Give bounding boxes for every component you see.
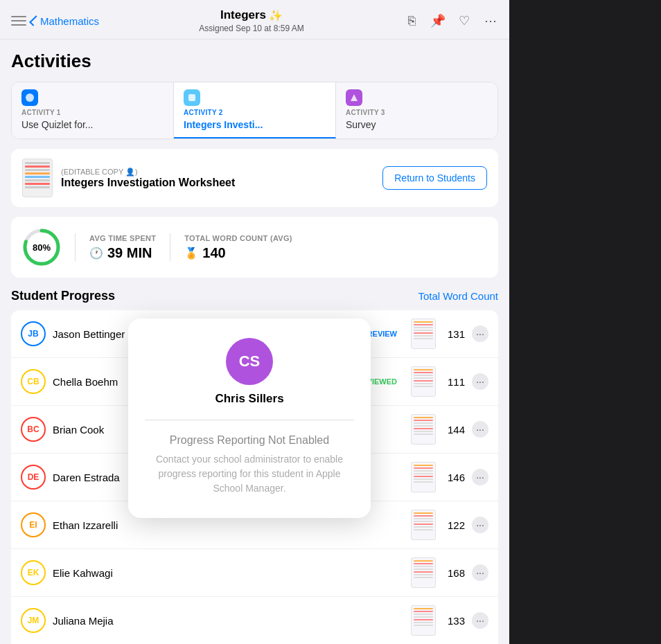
doc-thumbnail — [411, 605, 436, 636]
student-name: Ethan Izzarelli — [53, 519, 404, 531]
tab-activity1-name: Use Quizlet for... — [21, 119, 164, 130]
doc-thumbnail — [411, 510, 436, 540]
return-to-students-button[interactable]: Return to Students — [382, 166, 487, 190]
back-label: Mathematics — [40, 15, 99, 27]
sparkle-icon: ✨ — [269, 9, 283, 22]
tab-activity3-label: ACTIVITY 3 — [346, 109, 488, 116]
tab-activity2-label: ACTIVITY 2 — [184, 109, 326, 116]
page-header-title: Integers ✨ — [199, 8, 303, 22]
tab-activity3-name: Survey — [346, 119, 488, 130]
assignment-subtitle: Assigned Sep 10 at 8:59 AM — [199, 24, 303, 33]
progress-circle: 80% — [22, 228, 61, 267]
popup-body: Contact your school administrator to ena… — [145, 452, 354, 496]
sidebar-toggle[interactable] — [11, 15, 26, 27]
popup-divider — [145, 420, 354, 420]
avatar: EK — [21, 560, 46, 585]
doc-thumbnail — [411, 557, 436, 588]
student-word-count: 144 — [443, 424, 465, 436]
worksheet-row: (EDITABLE COPY 👤) Integers Investigation… — [11, 149, 498, 207]
pin-icon[interactable]: 📌 — [430, 13, 446, 28]
copy-icon[interactable]: ⎘ — [404, 13, 419, 28]
more-icon[interactable]: ⋯ — [483, 13, 498, 28]
student-name: Elie Kahwagi — [53, 567, 404, 579]
student-more-button[interactable]: ··· — [472, 469, 488, 485]
doc-thumbnail — [411, 414, 436, 445]
activities-tabs: ACTIVITY 1 Use Quizlet for... ACTIVITY 2… — [11, 82, 498, 139]
doc-thumbnail — [411, 366, 436, 397]
student-word-count: 146 — [443, 472, 465, 483]
student-name: Juliana Mejia — [53, 615, 404, 627]
student-word-count: 133 — [443, 615, 465, 627]
tab-activity2-icon — [184, 89, 200, 106]
section-header: Student Progress Total Word Count — [11, 289, 498, 303]
avatar: EI — [21, 512, 46, 537]
badge-icon: 🏅 — [184, 247, 198, 260]
popup-heading: Progress Reporting Not Enabled — [145, 434, 354, 447]
worksheet-thumbnail — [22, 159, 53, 197]
avg-time-label: AVG TIME SPENT — [89, 234, 156, 242]
page-title: Activities — [11, 51, 498, 72]
avatar: BC — [21, 417, 46, 442]
progress-percent: 80% — [33, 242, 51, 253]
avatar: DE — [21, 465, 46, 490]
top-bar-actions: ⎘ 📌 ♡ ⋯ — [404, 13, 498, 28]
svg-point-0 — [26, 93, 34, 102]
student-more-button[interactable]: ··· — [472, 325, 488, 342]
tab-activity3-icon — [346, 89, 362, 106]
word-count-label: TOTAL WORD COUNT (AVG) — [184, 234, 292, 242]
student-more-button[interactable]: ··· — [472, 421, 488, 438]
tab-activity2[interactable]: ACTIVITY 2 Integers Investi... — [174, 82, 336, 138]
svg-rect-1 — [188, 94, 195, 101]
student-word-count: 168 — [443, 567, 465, 579]
worksheet-title: Integers Investigation Worksheet — [61, 177, 235, 189]
avg-time-stat: AVG TIME SPENT 🕐 39 MIN — [89, 234, 156, 261]
worksheet-meta: (EDITABLE COPY 👤) Integers Investigation… — [61, 168, 235, 189]
total-word-count-link[interactable]: Total Word Count — [418, 290, 498, 302]
tab-activity1-icon — [21, 89, 38, 106]
stat-divider-2 — [170, 233, 170, 261]
top-bar-left: Mathematics — [11, 15, 99, 27]
student-word-count: 131 — [443, 328, 465, 340]
popup-avatar: CS — [226, 338, 273, 385]
popup-name: Chris Sillers — [145, 392, 354, 406]
tab-activity3[interactable]: ACTIVITY 3 Survey — [336, 82, 497, 138]
doc-thumbnail — [411, 319, 436, 349]
student-popup: CS Chris Sillers Progress Reporting Not … — [128, 319, 371, 518]
student-more-button[interactable]: ··· — [472, 517, 488, 533]
worksheet-info: (EDITABLE COPY 👤) Integers Investigation… — [22, 159, 235, 197]
student-word-count: 111 — [443, 376, 465, 388]
worksheet-copy-label: (EDITABLE COPY 👤) — [61, 168, 235, 177]
stat-divider-1 — [75, 233, 76, 261]
word-count-stat: TOTAL WORD COUNT (AVG) 🏅 140 — [184, 234, 292, 261]
heart-icon[interactable]: ♡ — [457, 13, 472, 28]
student-row[interactable]: EKElie Kahwagi168··· — [11, 549, 498, 597]
stats-row: 80% AVG TIME SPENT 🕐 39 MIN TOTAL WORD C… — [11, 217, 498, 278]
clock-icon: 🕐 — [89, 247, 103, 260]
right-panel — [509, 0, 661, 644]
avatar: JM — [21, 608, 46, 633]
top-bar-center: Integers ✨ Assigned Sep 10 at 8:59 AM — [199, 8, 303, 33]
back-button[interactable]: Mathematics — [32, 15, 99, 27]
top-bar: Mathematics Integers ✨ Assigned Sep 10 a… — [0, 0, 509, 39]
student-more-button[interactable]: ··· — [472, 564, 488, 581]
svg-marker-2 — [351, 94, 358, 101]
chevron-left-icon — [29, 15, 40, 26]
tab-activity1[interactable]: ACTIVITY 1 Use Quizlet for... — [12, 82, 174, 138]
avatar: JB — [21, 321, 46, 346]
avg-time-value: 🕐 39 MIN — [89, 245, 156, 261]
student-more-button[interactable]: ··· — [472, 612, 488, 629]
word-count-value: 🏅 140 — [184, 245, 292, 261]
tab-activity2-name: Integers Investi... — [184, 119, 326, 130]
tab-activity1-label: ACTIVITY 1 — [21, 109, 164, 116]
section-title: Student Progress — [11, 289, 115, 303]
student-row[interactable]: JMJuliana Mejia133··· — [11, 597, 498, 644]
student-more-button[interactable]: ··· — [472, 373, 488, 390]
doc-thumbnail — [411, 462, 436, 492]
avatar: CB — [21, 369, 46, 394]
student-word-count: 122 — [443, 519, 465, 531]
